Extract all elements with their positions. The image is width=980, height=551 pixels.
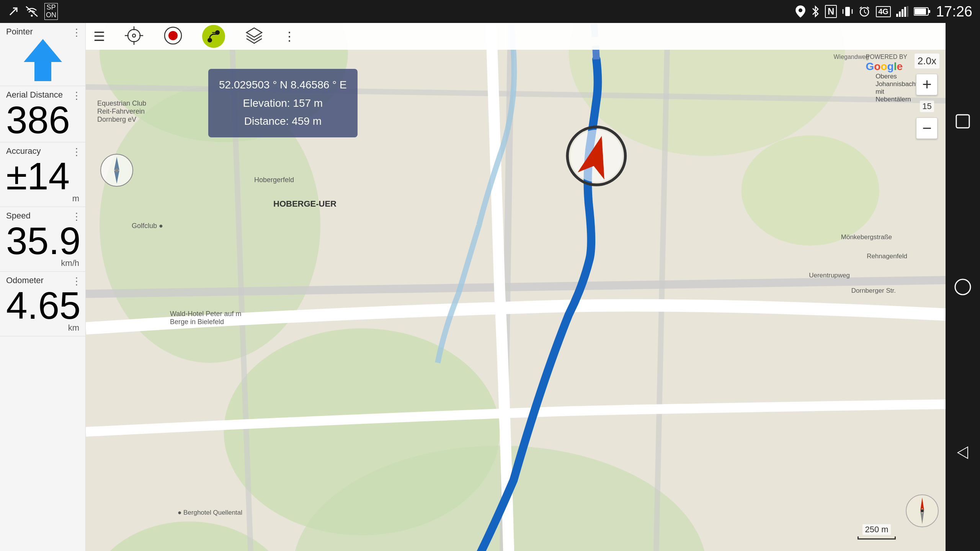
svg-point-40 — [128, 29, 140, 42]
back-arrow-icon — [953, 443, 972, 462]
square-icon — [953, 112, 972, 131]
status-bar-left: SP ON — [8, 3, 58, 20]
wifi-off-icon — [25, 6, 38, 17]
pointer-block: Pointer ⋮ — [0, 23, 85, 86]
svg-rect-4 — [845, 7, 850, 16]
record-icon — [163, 26, 183, 46]
map-toolbar: ☰ — [86, 23, 946, 50]
speed-block: Speed ⋮ 35.9 km/h — [0, 207, 85, 272]
map-area[interactable]: ☰ — [86, 23, 946, 551]
tooltip-elevation: Elevation: 157 m — [219, 94, 347, 112]
zoom-in-button[interactable]: + — [916, 74, 938, 95]
speed-value: 35.9 — [6, 222, 79, 260]
svg-rect-15 — [904, 7, 906, 17]
svg-rect-18 — [915, 8, 926, 15]
svg-marker-51 — [247, 28, 262, 37]
powered-by-label: POWERED BY — [866, 54, 907, 60]
map-controls: 2.0x + 15 − — [915, 54, 939, 139]
svg-rect-14 — [902, 9, 903, 17]
pointer-more-icon[interactable]: ⋮ — [72, 27, 82, 39]
pointer-label: Pointer — [6, 27, 33, 37]
scale-bar: 250 m — [858, 524, 896, 540]
svg-point-55 — [115, 168, 119, 172]
odometer-block: Odometer ⋮ 4.65 km — [0, 272, 85, 336]
compass-needle-icon — [905, 494, 939, 528]
svg-rect-19 — [928, 10, 930, 13]
android-nav — [946, 23, 980, 551]
location-icon — [795, 5, 806, 18]
zoom-out-button[interactable]: − — [916, 117, 938, 139]
zoom-level: 2.0x — [915, 54, 939, 68]
svg-marker-20 — [24, 39, 62, 81]
center-map-button[interactable] — [124, 26, 144, 47]
layers-icon — [244, 26, 264, 46]
svg-line-0 — [10, 8, 17, 15]
record-button[interactable] — [163, 26, 183, 47]
recent-apps-button[interactable] — [949, 108, 976, 135]
svg-line-9 — [864, 12, 866, 13]
odometer-value: 4.65 — [6, 286, 79, 324]
svg-point-25 — [741, 135, 879, 245]
status-time: 17:26 — [936, 3, 972, 20]
vibrate-icon — [842, 5, 853, 18]
svg-point-41 — [132, 34, 136, 37]
sp-badge: SP ON — [44, 3, 58, 20]
4g-icon: 4G — [876, 6, 891, 17]
svg-rect-12 — [896, 14, 898, 17]
accuracy-value: ±14 — [6, 157, 79, 195]
speed-more[interactable]: ⋮ — [72, 211, 82, 223]
main-area: Pointer ⋮ Aerial Distance ⋮ 386 Accuracy… — [0, 23, 980, 551]
status-bar: SP ON N 4G — [0, 0, 980, 23]
map-more-button[interactable]: ⋮ — [283, 29, 296, 44]
signal-icon — [896, 6, 908, 17]
svg-marker-62 — [958, 447, 968, 458]
scale-bar-line — [858, 536, 896, 540]
nfc-icon: N — [825, 5, 837, 18]
tooltip-coordinates: 52.029503 ° N 8.46586 ° E — [219, 76, 347, 94]
compass-icon — [100, 153, 134, 187]
route-icon — [206, 29, 221, 44]
svg-line-11 — [867, 7, 869, 8]
google-logo: POWERED BY Google — [866, 54, 907, 73]
aerial-distance-block: Aerial Distance ⋮ 386 — [0, 86, 85, 142]
alarm-icon — [858, 5, 871, 18]
map-tooltip: 52.029503 ° N 8.46586 ° E Elevation: 157… — [208, 69, 358, 137]
svg-point-47 — [168, 31, 178, 40]
home-button[interactable] — [949, 274, 976, 300]
accuracy-block: Accuracy ⋮ ±14 m — [0, 142, 85, 207]
tooltip-distance: Distance: 459 m — [219, 112, 347, 130]
compass-bottom-right[interactable] — [905, 494, 939, 528]
battery-icon — [914, 7, 931, 16]
left-panel: Pointer ⋮ Aerial Distance ⋮ 386 Accuracy… — [0, 23, 86, 551]
svg-line-10 — [860, 7, 862, 8]
back-button[interactable] — [949, 439, 976, 466]
aerial-distance-more[interactable]: ⋮ — [72, 90, 82, 102]
nav-compass[interactable] — [100, 153, 134, 187]
layers-button[interactable] — [244, 26, 264, 47]
svg-rect-60 — [956, 115, 969, 128]
bluetooth-icon — [811, 5, 820, 18]
accuracy-more[interactable]: ⋮ — [72, 146, 82, 158]
pointer-arrow-icon — [24, 39, 62, 81]
crosshair-icon — [124, 26, 144, 46]
svg-point-59 — [921, 509, 924, 512]
google-text: Google — [866, 60, 903, 72]
scale-counter: 15 — [920, 101, 934, 112]
svg-rect-13 — [899, 11, 901, 17]
status-bar-right: N 4G 17:26 — [795, 3, 972, 20]
circle-icon — [953, 277, 972, 297]
route-button[interactable] — [202, 25, 225, 48]
aerial-distance-value: 386 — [6, 101, 79, 139]
scale-bar-label: 250 m — [862, 524, 890, 535]
svg-point-3 — [799, 8, 802, 12]
arrow-diagonal-icon — [8, 6, 19, 17]
svg-point-2 — [31, 15, 33, 17]
odometer-more[interactable]: ⋮ — [72, 276, 82, 287]
svg-point-48 — [207, 38, 212, 42]
menu-button[interactable]: ☰ — [93, 29, 105, 44]
svg-point-61 — [955, 279, 970, 295]
svg-rect-16 — [907, 6, 908, 17]
